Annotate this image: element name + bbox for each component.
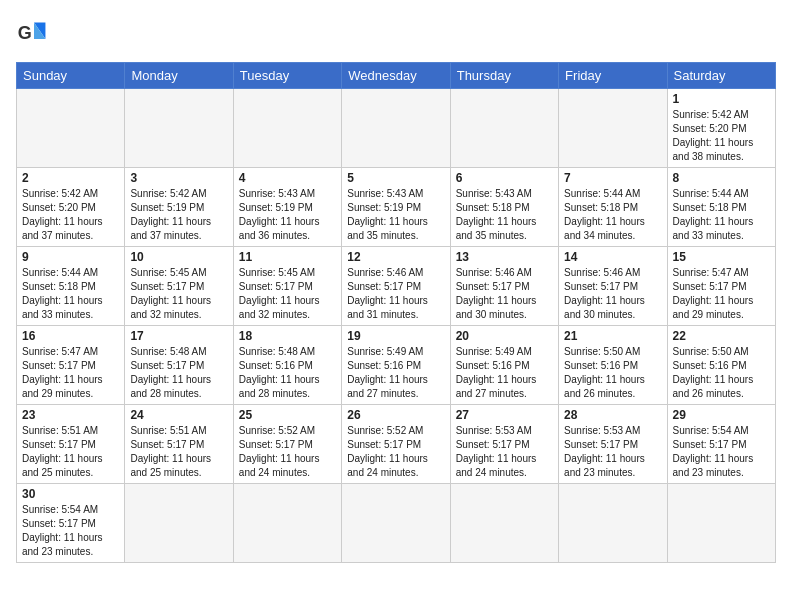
day-info: Sunrise: 5:51 AMSunset: 5:17 PMDaylight:… — [130, 424, 227, 480]
day-info: Sunrise: 5:46 AMSunset: 5:17 PMDaylight:… — [564, 266, 661, 322]
day-number: 17 — [130, 329, 227, 343]
page: G SundayMondayTuesdayWednesdayThursdayFr… — [0, 0, 792, 579]
day-number: 9 — [22, 250, 119, 264]
day-number: 11 — [239, 250, 336, 264]
day-number: 20 — [456, 329, 553, 343]
day-info: Sunrise: 5:54 AMSunset: 5:17 PMDaylight:… — [22, 503, 119, 559]
week-row-5: 30Sunrise: 5:54 AMSunset: 5:17 PMDayligh… — [17, 484, 776, 563]
week-row-0: 1Sunrise: 5:42 AMSunset: 5:20 PMDaylight… — [17, 89, 776, 168]
calendar-cell: 14Sunrise: 5:46 AMSunset: 5:17 PMDayligh… — [559, 247, 667, 326]
calendar-cell: 5Sunrise: 5:43 AMSunset: 5:19 PMDaylight… — [342, 168, 450, 247]
day-info: Sunrise: 5:45 AMSunset: 5:17 PMDaylight:… — [130, 266, 227, 322]
day-number: 27 — [456, 408, 553, 422]
calendar-cell — [559, 89, 667, 168]
day-info: Sunrise: 5:48 AMSunset: 5:17 PMDaylight:… — [130, 345, 227, 401]
day-number: 5 — [347, 171, 444, 185]
day-number: 15 — [673, 250, 770, 264]
calendar-cell: 17Sunrise: 5:48 AMSunset: 5:17 PMDayligh… — [125, 326, 233, 405]
calendar-cell: 19Sunrise: 5:49 AMSunset: 5:16 PMDayligh… — [342, 326, 450, 405]
weekday-saturday: Saturday — [667, 63, 775, 89]
calendar-cell: 7Sunrise: 5:44 AMSunset: 5:18 PMDaylight… — [559, 168, 667, 247]
day-info: Sunrise: 5:46 AMSunset: 5:17 PMDaylight:… — [347, 266, 444, 322]
day-number: 29 — [673, 408, 770, 422]
calendar-cell: 12Sunrise: 5:46 AMSunset: 5:17 PMDayligh… — [342, 247, 450, 326]
day-info: Sunrise: 5:49 AMSunset: 5:16 PMDaylight:… — [347, 345, 444, 401]
calendar-cell: 4Sunrise: 5:43 AMSunset: 5:19 PMDaylight… — [233, 168, 341, 247]
day-info: Sunrise: 5:45 AMSunset: 5:17 PMDaylight:… — [239, 266, 336, 322]
weekday-monday: Monday — [125, 63, 233, 89]
day-number: 18 — [239, 329, 336, 343]
calendar-cell: 26Sunrise: 5:52 AMSunset: 5:17 PMDayligh… — [342, 405, 450, 484]
week-row-4: 23Sunrise: 5:51 AMSunset: 5:17 PMDayligh… — [17, 405, 776, 484]
calendar-cell: 22Sunrise: 5:50 AMSunset: 5:16 PMDayligh… — [667, 326, 775, 405]
week-row-2: 9Sunrise: 5:44 AMSunset: 5:18 PMDaylight… — [17, 247, 776, 326]
calendar-cell: 3Sunrise: 5:42 AMSunset: 5:19 PMDaylight… — [125, 168, 233, 247]
day-info: Sunrise: 5:43 AMSunset: 5:18 PMDaylight:… — [456, 187, 553, 243]
calendar-cell — [342, 484, 450, 563]
calendar-cell — [559, 484, 667, 563]
day-info: Sunrise: 5:50 AMSunset: 5:16 PMDaylight:… — [564, 345, 661, 401]
day-number: 24 — [130, 408, 227, 422]
weekday-sunday: Sunday — [17, 63, 125, 89]
calendar-cell — [125, 89, 233, 168]
day-info: Sunrise: 5:46 AMSunset: 5:17 PMDaylight:… — [456, 266, 553, 322]
calendar-cell — [233, 89, 341, 168]
day-info: Sunrise: 5:48 AMSunset: 5:16 PMDaylight:… — [239, 345, 336, 401]
svg-text:G: G — [18, 23, 32, 43]
day-number: 4 — [239, 171, 336, 185]
calendar-cell: 30Sunrise: 5:54 AMSunset: 5:17 PMDayligh… — [17, 484, 125, 563]
day-number: 13 — [456, 250, 553, 264]
calendar-cell: 2Sunrise: 5:42 AMSunset: 5:20 PMDaylight… — [17, 168, 125, 247]
calendar-cell: 21Sunrise: 5:50 AMSunset: 5:16 PMDayligh… — [559, 326, 667, 405]
day-number: 19 — [347, 329, 444, 343]
day-info: Sunrise: 5:51 AMSunset: 5:17 PMDaylight:… — [22, 424, 119, 480]
day-number: 22 — [673, 329, 770, 343]
calendar-cell: 27Sunrise: 5:53 AMSunset: 5:17 PMDayligh… — [450, 405, 558, 484]
day-info: Sunrise: 5:47 AMSunset: 5:17 PMDaylight:… — [22, 345, 119, 401]
calendar-cell: 25Sunrise: 5:52 AMSunset: 5:17 PMDayligh… — [233, 405, 341, 484]
calendar-cell: 18Sunrise: 5:48 AMSunset: 5:16 PMDayligh… — [233, 326, 341, 405]
calendar-cell: 9Sunrise: 5:44 AMSunset: 5:18 PMDaylight… — [17, 247, 125, 326]
day-info: Sunrise: 5:44 AMSunset: 5:18 PMDaylight:… — [673, 187, 770, 243]
day-number: 12 — [347, 250, 444, 264]
day-info: Sunrise: 5:42 AMSunset: 5:20 PMDaylight:… — [22, 187, 119, 243]
calendar-cell — [233, 484, 341, 563]
calendar-cell: 23Sunrise: 5:51 AMSunset: 5:17 PMDayligh… — [17, 405, 125, 484]
calendar-cell: 10Sunrise: 5:45 AMSunset: 5:17 PMDayligh… — [125, 247, 233, 326]
calendar-cell: 1Sunrise: 5:42 AMSunset: 5:20 PMDaylight… — [667, 89, 775, 168]
header: G — [16, 16, 776, 52]
day-info: Sunrise: 5:43 AMSunset: 5:19 PMDaylight:… — [239, 187, 336, 243]
day-info: Sunrise: 5:53 AMSunset: 5:17 PMDaylight:… — [456, 424, 553, 480]
calendar: SundayMondayTuesdayWednesdayThursdayFrid… — [16, 62, 776, 563]
day-number: 3 — [130, 171, 227, 185]
day-info: Sunrise: 5:42 AMSunset: 5:19 PMDaylight:… — [130, 187, 227, 243]
day-number: 16 — [22, 329, 119, 343]
logo-icon: G — [16, 16, 52, 52]
calendar-cell — [342, 89, 450, 168]
day-info: Sunrise: 5:49 AMSunset: 5:16 PMDaylight:… — [456, 345, 553, 401]
day-info: Sunrise: 5:54 AMSunset: 5:17 PMDaylight:… — [673, 424, 770, 480]
weekday-friday: Friday — [559, 63, 667, 89]
calendar-cell: 11Sunrise: 5:45 AMSunset: 5:17 PMDayligh… — [233, 247, 341, 326]
weekday-wednesday: Wednesday — [342, 63, 450, 89]
day-number: 23 — [22, 408, 119, 422]
day-number: 25 — [239, 408, 336, 422]
day-number: 7 — [564, 171, 661, 185]
calendar-cell: 29Sunrise: 5:54 AMSunset: 5:17 PMDayligh… — [667, 405, 775, 484]
day-info: Sunrise: 5:50 AMSunset: 5:16 PMDaylight:… — [673, 345, 770, 401]
day-number: 1 — [673, 92, 770, 106]
calendar-cell: 8Sunrise: 5:44 AMSunset: 5:18 PMDaylight… — [667, 168, 775, 247]
calendar-cell — [17, 89, 125, 168]
calendar-cell: 24Sunrise: 5:51 AMSunset: 5:17 PMDayligh… — [125, 405, 233, 484]
calendar-cell: 28Sunrise: 5:53 AMSunset: 5:17 PMDayligh… — [559, 405, 667, 484]
week-row-1: 2Sunrise: 5:42 AMSunset: 5:20 PMDaylight… — [17, 168, 776, 247]
calendar-cell — [667, 484, 775, 563]
day-number: 6 — [456, 171, 553, 185]
day-info: Sunrise: 5:42 AMSunset: 5:20 PMDaylight:… — [673, 108, 770, 164]
day-number: 14 — [564, 250, 661, 264]
day-info: Sunrise: 5:44 AMSunset: 5:18 PMDaylight:… — [22, 266, 119, 322]
calendar-cell: 15Sunrise: 5:47 AMSunset: 5:17 PMDayligh… — [667, 247, 775, 326]
day-info: Sunrise: 5:43 AMSunset: 5:19 PMDaylight:… — [347, 187, 444, 243]
day-number: 8 — [673, 171, 770, 185]
calendar-cell: 13Sunrise: 5:46 AMSunset: 5:17 PMDayligh… — [450, 247, 558, 326]
